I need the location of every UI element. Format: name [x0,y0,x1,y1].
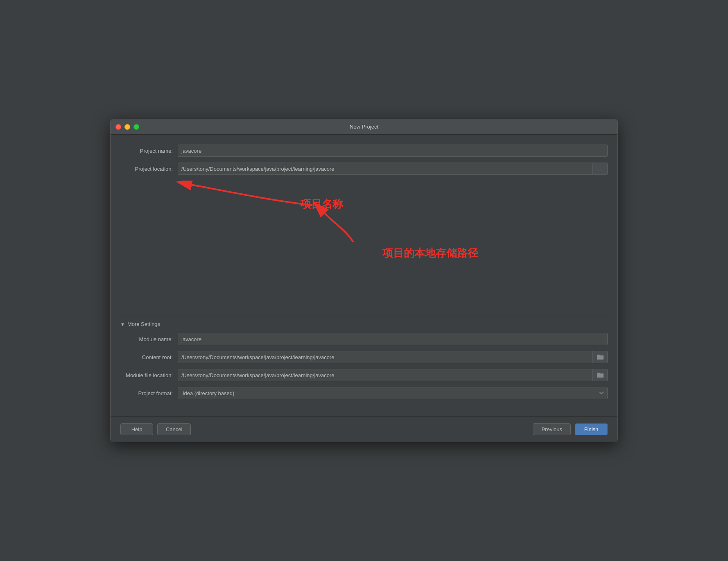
project-location-row: Project location: ... [120,163,608,175]
footer-left-buttons: Help Cancel [120,423,191,435]
module-file-location-input[interactable] [178,369,593,381]
browse-button[interactable]: ... [593,163,608,175]
module-file-location-row: Module file location: [120,369,608,381]
content-root-browse-button[interactable] [593,351,608,363]
module-file-location-field-group [178,369,608,381]
main-window: New Project Project name: Project locati… [110,119,618,442]
module-file-location-label: Module file location: [120,372,178,378]
cancel-button[interactable]: Cancel [157,423,191,435]
module-name-label: Module name: [120,336,178,342]
more-settings-header[interactable]: ▼ More Settings [120,316,608,327]
content-root-label: Content root: [120,354,178,360]
module-name-row: Module name: [120,333,608,345]
minimize-button[interactable] [124,124,130,130]
window-title: New Project [350,124,378,130]
annotation-project-name: 项目名称 [301,197,343,211]
close-button[interactable] [115,124,121,130]
folder-icon [597,354,604,360]
content-root-field-group [178,351,608,363]
more-settings-label: More Settings [127,321,160,327]
folder-icon-2 [597,372,604,378]
project-name-row: Project name: [120,145,608,157]
annotation-project-location: 项目的本地存储路径 [382,246,478,260]
module-file-browse-button[interactable] [593,369,608,381]
svg-rect-5 [597,373,600,374]
annotation-area: 项目名称 项目的本地存储路径 [120,181,608,312]
help-button[interactable]: Help [120,423,153,435]
project-format-label: Project format: [120,390,178,396]
previous-button[interactable]: Previous [533,423,571,435]
maximize-button[interactable] [133,124,139,130]
project-format-row: Project format: .idea (directory based) … [120,387,608,399]
svg-rect-3 [597,355,600,356]
footer-right-buttons: Previous Finish [533,423,608,435]
dialog-content: Project name: Project location: ... [111,135,617,412]
content-root-row: Content root: [120,351,608,363]
triangle-icon: ▼ [120,322,125,327]
content-root-input[interactable] [178,351,593,363]
arrows-svg [120,181,608,312]
project-location-field-group: ... [178,163,608,175]
project-location-input[interactable] [178,163,593,175]
project-name-input[interactable] [178,145,608,157]
footer: Help Cancel Previous Finish [111,416,617,442]
titlebar: New Project [111,119,617,135]
project-format-select[interactable]: .idea (directory based) .ipr (file based… [178,387,608,399]
project-name-label: Project name: [120,148,178,154]
finish-button[interactable]: Finish [575,423,608,435]
module-name-input[interactable] [178,333,608,345]
project-location-label: Project location: [120,166,178,172]
traffic-lights [115,124,139,130]
